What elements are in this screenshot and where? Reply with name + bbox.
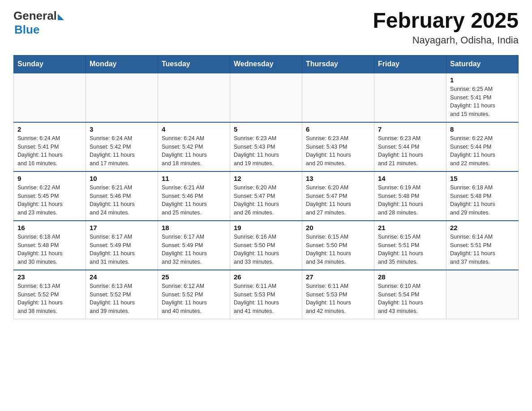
calendar-cell: 4Sunrise: 6:24 AM Sunset: 5:42 PM Daylig… — [158, 122, 230, 171]
day-number: 15 — [450, 175, 515, 182]
day-info: Sunrise: 6:13 AM Sunset: 5:52 PM Dayligh… — [17, 282, 82, 316]
calendar-cell: 13Sunrise: 6:20 AM Sunset: 5:47 PM Dayli… — [302, 171, 374, 221]
title-section: February 2025 Nayagarh, Odisha, India — [373, 9, 519, 46]
calendar-cell: 27Sunrise: 6:11 AM Sunset: 5:53 PM Dayli… — [302, 270, 374, 319]
day-number: 23 — [17, 273, 82, 281]
day-info: Sunrise: 6:11 AM Sunset: 5:53 PM Dayligh… — [234, 282, 298, 316]
day-number: 5 — [234, 125, 298, 133]
day-number: 26 — [234, 273, 298, 281]
calendar-cell — [158, 73, 230, 122]
day-info: Sunrise: 6:23 AM Sunset: 5:43 PM Dayligh… — [306, 134, 370, 168]
logo-general-text: General — [13, 9, 57, 23]
calendar-cell: 5Sunrise: 6:23 AM Sunset: 5:43 PM Daylig… — [230, 122, 302, 171]
day-number: 7 — [378, 125, 442, 133]
day-info: Sunrise: 6:21 AM Sunset: 5:46 PM Dayligh… — [90, 184, 154, 217]
calendar-cell: 10Sunrise: 6:21 AM Sunset: 5:46 PM Dayli… — [86, 171, 158, 221]
day-number: 4 — [162, 125, 226, 133]
calendar-cell: 15Sunrise: 6:18 AM Sunset: 5:48 PM Dayli… — [446, 171, 519, 221]
day-info: Sunrise: 6:24 AM Sunset: 5:42 PM Dayligh… — [162, 134, 226, 168]
logo: General Blue — [13, 9, 64, 37]
calendar-header-row: SundayMondayTuesdayWednesdayThursdayFrid… — [14, 55, 519, 73]
calendar-cell — [14, 73, 86, 122]
day-header-thursday: Thursday — [302, 55, 374, 73]
calendar-cell: 19Sunrise: 6:16 AM Sunset: 5:50 PM Dayli… — [230, 221, 302, 270]
day-number: 14 — [378, 175, 442, 182]
month-title: February 2025 — [373, 9, 519, 33]
page-header: General Blue February 2025 Nayagarh, Odi… — [13, 9, 519, 46]
calendar-cell: 28Sunrise: 6:10 AM Sunset: 5:54 PM Dayli… — [374, 270, 446, 319]
calendar-cell: 25Sunrise: 6:12 AM Sunset: 5:52 PM Dayli… — [158, 270, 230, 319]
week-row-5: 23Sunrise: 6:13 AM Sunset: 5:52 PM Dayli… — [14, 270, 519, 319]
location-title: Nayagarh, Odisha, India — [373, 34, 519, 46]
calendar-cell: 24Sunrise: 6:13 AM Sunset: 5:52 PM Dayli… — [86, 270, 158, 319]
day-info: Sunrise: 6:13 AM Sunset: 5:52 PM Dayligh… — [90, 282, 154, 316]
day-header-saturday: Saturday — [446, 55, 519, 73]
week-row-4: 16Sunrise: 6:18 AM Sunset: 5:48 PM Dayli… — [14, 221, 519, 270]
calendar-cell: 8Sunrise: 6:22 AM Sunset: 5:44 PM Daylig… — [446, 122, 519, 171]
day-info: Sunrise: 6:17 AM Sunset: 5:49 PM Dayligh… — [90, 233, 154, 266]
calendar-table: SundayMondayTuesdayWednesdayThursdayFrid… — [13, 55, 519, 320]
day-header-wednesday: Wednesday — [230, 55, 302, 73]
day-number: 28 — [378, 273, 442, 281]
day-number: 25 — [162, 273, 226, 281]
day-number: 12 — [234, 175, 298, 182]
day-info: Sunrise: 6:20 AM Sunset: 5:47 PM Dayligh… — [306, 184, 370, 217]
day-info: Sunrise: 6:11 AM Sunset: 5:53 PM Dayligh… — [306, 282, 370, 316]
day-info: Sunrise: 6:18 AM Sunset: 5:48 PM Dayligh… — [17, 233, 82, 266]
calendar-cell — [302, 73, 374, 122]
calendar-cell: 16Sunrise: 6:18 AM Sunset: 5:48 PM Dayli… — [14, 221, 86, 270]
day-header-sunday: Sunday — [14, 55, 86, 73]
calendar-cell: 12Sunrise: 6:20 AM Sunset: 5:47 PM Dayli… — [230, 171, 302, 221]
day-number: 8 — [450, 125, 515, 133]
day-number: 6 — [306, 125, 370, 133]
calendar-cell: 6Sunrise: 6:23 AM Sunset: 5:43 PM Daylig… — [302, 122, 374, 171]
day-info: Sunrise: 6:22 AM Sunset: 5:45 PM Dayligh… — [17, 184, 82, 217]
day-number: 17 — [90, 224, 154, 231]
logo-arrow-icon — [58, 14, 64, 20]
day-number: 19 — [234, 224, 298, 231]
day-info: Sunrise: 6:24 AM Sunset: 5:42 PM Dayligh… — [90, 134, 154, 168]
week-row-2: 2Sunrise: 6:24 AM Sunset: 5:41 PM Daylig… — [14, 122, 519, 171]
day-info: Sunrise: 6:24 AM Sunset: 5:41 PM Dayligh… — [17, 134, 82, 168]
day-info: Sunrise: 6:10 AM Sunset: 5:54 PM Dayligh… — [378, 282, 442, 316]
day-number: 20 — [306, 224, 370, 231]
day-info: Sunrise: 6:25 AM Sunset: 5:41 PM Dayligh… — [450, 85, 515, 119]
day-info: Sunrise: 6:22 AM Sunset: 5:44 PM Dayligh… — [450, 134, 515, 168]
calendar-cell: 26Sunrise: 6:11 AM Sunset: 5:53 PM Dayli… — [230, 270, 302, 319]
day-number: 2 — [17, 125, 82, 133]
day-info: Sunrise: 6:15 AM Sunset: 5:50 PM Dayligh… — [306, 233, 370, 266]
day-number: 10 — [90, 175, 154, 182]
day-number: 11 — [162, 175, 226, 182]
calendar-cell: 21Sunrise: 6:15 AM Sunset: 5:51 PM Dayli… — [374, 221, 446, 270]
calendar-cell — [86, 73, 158, 122]
calendar-cell: 14Sunrise: 6:19 AM Sunset: 5:48 PM Dayli… — [374, 171, 446, 221]
day-info: Sunrise: 6:12 AM Sunset: 5:52 PM Dayligh… — [162, 282, 226, 316]
calendar-cell: 17Sunrise: 6:17 AM Sunset: 5:49 PM Dayli… — [86, 221, 158, 270]
day-number: 1 — [450, 76, 515, 84]
day-number: 22 — [450, 224, 515, 231]
day-info: Sunrise: 6:19 AM Sunset: 5:48 PM Dayligh… — [378, 184, 442, 217]
day-number: 24 — [90, 273, 154, 281]
calendar-cell — [446, 270, 519, 319]
calendar-cell: 11Sunrise: 6:21 AM Sunset: 5:46 PM Dayli… — [158, 171, 230, 221]
day-header-monday: Monday — [86, 55, 158, 73]
week-row-1: 1Sunrise: 6:25 AM Sunset: 5:41 PM Daylig… — [14, 73, 519, 122]
calendar-cell: 23Sunrise: 6:13 AM Sunset: 5:52 PM Dayli… — [14, 270, 86, 319]
calendar-cell: 22Sunrise: 6:14 AM Sunset: 5:51 PM Dayli… — [446, 221, 519, 270]
calendar-cell: 9Sunrise: 6:22 AM Sunset: 5:45 PM Daylig… — [14, 171, 86, 221]
calendar-cell: 18Sunrise: 6:17 AM Sunset: 5:49 PM Dayli… — [158, 221, 230, 270]
day-info: Sunrise: 6:20 AM Sunset: 5:47 PM Dayligh… — [234, 184, 298, 217]
day-number: 27 — [306, 273, 370, 281]
day-info: Sunrise: 6:17 AM Sunset: 5:49 PM Dayligh… — [162, 233, 226, 266]
day-header-tuesday: Tuesday — [158, 55, 230, 73]
day-info: Sunrise: 6:15 AM Sunset: 5:51 PM Dayligh… — [378, 233, 442, 266]
day-number: 16 — [17, 224, 82, 231]
day-number: 3 — [90, 125, 154, 133]
day-number: 18 — [162, 224, 226, 231]
day-number: 13 — [306, 175, 370, 182]
calendar-cell: 1Sunrise: 6:25 AM Sunset: 5:41 PM Daylig… — [446, 73, 519, 122]
day-number: 21 — [378, 224, 442, 231]
day-info: Sunrise: 6:21 AM Sunset: 5:46 PM Dayligh… — [162, 184, 226, 217]
calendar-cell: 3Sunrise: 6:24 AM Sunset: 5:42 PM Daylig… — [86, 122, 158, 171]
calendar-cell: 2Sunrise: 6:24 AM Sunset: 5:41 PM Daylig… — [14, 122, 86, 171]
